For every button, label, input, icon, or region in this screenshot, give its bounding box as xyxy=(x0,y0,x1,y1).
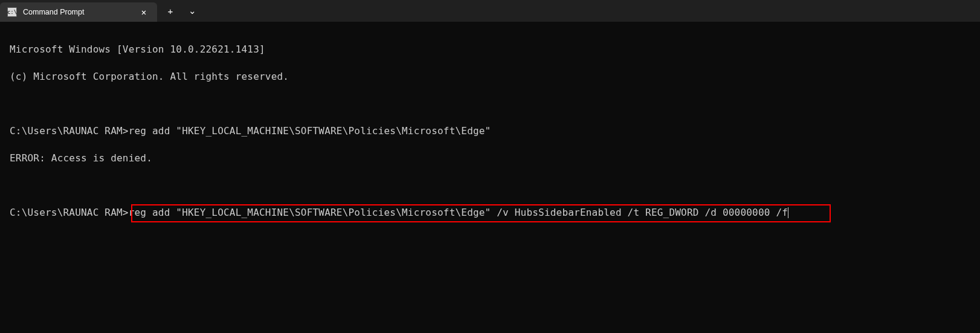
new-tab-button[interactable]: + xyxy=(160,0,181,22)
prompt-command: reg add "HKEY_LOCAL_MACHINE\SOFTWARE\Pol… xyxy=(129,125,491,137)
cmd-icon: c:\ xyxy=(7,7,17,17)
prompt-path: C:\Users\RAUNAC RAM> xyxy=(10,207,129,218)
blank-line xyxy=(10,97,972,111)
version-line: Microsoft Windows [Version 10.0.22621.14… xyxy=(10,43,972,57)
title-bar: c:\ Command Prompt ✕ + ⌄ xyxy=(0,0,980,22)
text-cursor xyxy=(788,207,788,218)
tab-title: Command Prompt xyxy=(23,8,132,16)
tab-active[interactable]: c:\ Command Prompt ✕ xyxy=(0,2,157,22)
prompt-path: C:\Users\RAUNAC RAM> xyxy=(10,125,129,137)
close-tab-button[interactable]: ✕ xyxy=(138,6,150,18)
terminal-output[interactable]: Microsoft Windows [Version 10.0.22621.14… xyxy=(0,22,980,228)
prompt-line-1: C:\Users\RAUNAC RAM>reg add "HKEY_LOCAL_… xyxy=(10,124,972,138)
blank-line xyxy=(10,179,972,193)
copyright-line: (c) Microsoft Corporation. All rights re… xyxy=(10,70,972,84)
tab-dropdown-button[interactable]: ⌄ xyxy=(181,0,203,22)
prompt-line-2: C:\Users\RAUNAC RAM>reg add "HKEY_LOCAL_… xyxy=(10,206,788,220)
error-line: ERROR: Access is denied. xyxy=(10,152,972,166)
title-actions: + ⌄ xyxy=(157,0,203,22)
prompt-command: reg add "HKEY_LOCAL_MACHINE\SOFTWARE\Pol… xyxy=(129,207,788,218)
